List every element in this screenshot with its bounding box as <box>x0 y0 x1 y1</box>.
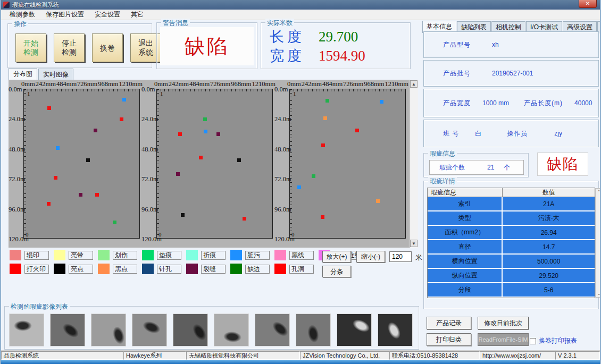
view-tab-2[interactable]: 实时图像 <box>38 69 73 81</box>
row-value-cell: 14.7 <box>503 240 595 253</box>
scroll-down-icon[interactable]: ▼ <box>410 240 418 247</box>
row-name-cell: 横向位置 <box>428 255 503 268</box>
x-tick-label: 726mm <box>343 80 363 88</box>
defect-point[interactable] <box>204 130 207 133</box>
menu-item-检测参数[interactable]: 检测参数 <box>4 9 40 20</box>
checkbox-icon[interactable] <box>530 338 536 344</box>
defect-thumbnail-8[interactable] <box>296 314 331 346</box>
table-row[interactable]: 分段5-6 <box>428 283 595 298</box>
defect-point[interactable] <box>47 202 51 206</box>
defect-point[interactable] <box>86 158 90 162</box>
split-button[interactable]: 分条 <box>322 266 351 277</box>
print-on-rollchange-checkbox[interactable]: 换卷打印报表 <box>530 336 577 345</box>
defect-point[interactable] <box>120 117 123 121</box>
product-record-button[interactable]: 产品记录 <box>427 317 471 329</box>
scroll-up-icon[interactable]: ▲ <box>410 80 418 88</box>
defect-thumbnail-6[interactable] <box>214 314 249 346</box>
close-button[interactable]: ✕ <box>579 0 597 8</box>
zoom-in-button[interactable]: 放大(+) <box>322 251 351 263</box>
menu-item-保存图片设置[interactable]: 保存图片设置 <box>40 9 89 20</box>
meters-input[interactable] <box>389 251 412 262</box>
defect-thumbnail-4[interactable] <box>132 314 167 346</box>
table-header: 瑕疵信息 数值 <box>428 188 595 197</box>
defect-blob <box>111 325 126 345</box>
scatter-plot[interactable]: 10 <box>156 89 273 239</box>
table-scroll-up-icon[interactable]: ⌃ <box>596 190 601 194</box>
scatter-plot[interactable]: 10 <box>289 89 406 239</box>
menu-item-安全设置[interactable]: 安全设置 <box>89 9 126 20</box>
legend-label: 针孔 <box>157 265 181 274</box>
defect-point[interactable] <box>325 99 329 103</box>
operation-group: 操作 开始检测停止检测换卷退出系统 <box>7 23 152 68</box>
y-tick-label: 96.0m <box>9 206 24 214</box>
defect-point[interactable] <box>122 98 126 101</box>
legend-swatch <box>54 264 65 274</box>
table-row[interactable]: 索引21A <box>428 197 595 211</box>
defect-thumbnail-10[interactable] <box>378 314 413 346</box>
table-row[interactable]: 类型污渍-大 <box>428 211 595 226</box>
defect-point[interactable] <box>297 185 301 189</box>
menu-item-其它[interactable]: 其它 <box>126 9 149 20</box>
defect-point[interactable] <box>94 129 97 132</box>
defect-details-group: 瑕疵详情 瑕疵信息 数值 ⌃ ⌄ 索引21A类型污渍-大面积（mm2）26.94… <box>423 181 599 309</box>
defect-count-label: 瑕疵个数 <box>439 163 465 172</box>
defect-point[interactable] <box>203 117 207 121</box>
view-tab-1[interactable]: 分布图 <box>9 68 37 80</box>
legend-row-1: 辊印亮带划伤垫痕折痕脏污黑线织构连续 <box>10 250 358 260</box>
y-tick-label: 120.0m <box>274 235 290 243</box>
modify-batch-button[interactable]: 修改目前批次 <box>478 317 529 329</box>
defect-point[interactable] <box>47 106 51 110</box>
defect-point[interactable] <box>355 129 359 132</box>
defect-thumbnail-9[interactable] <box>337 314 372 346</box>
chart-scrollbar[interactable]: ▲ ▼ <box>409 80 418 248</box>
x-tick-label: 1210mm <box>385 80 408 88</box>
size-row: 产品宽度 1000 mm 产品长度(m) 40000 <box>423 89 599 117</box>
defect-point[interactable] <box>237 158 241 162</box>
defect-point[interactable] <box>243 217 246 221</box>
batch-label: 产品批号 <box>443 69 471 78</box>
defect-thumbnail-1[interactable] <box>9 314 44 346</box>
defect-thumbnail-5[interactable] <box>173 314 208 346</box>
zoom-out-button[interactable]: 缩小(-) <box>356 251 385 263</box>
op-button-start[interactable]: 开始检测 <box>15 33 46 62</box>
defect-point[interactable] <box>312 174 315 178</box>
x-tick-label: 968mm <box>364 80 384 88</box>
defect-thumbnail-2[interactable] <box>50 314 85 346</box>
defect-point[interactable] <box>181 213 185 217</box>
defect-point[interactable] <box>95 193 99 197</box>
defect-point[interactable] <box>216 132 220 136</box>
table-scrollbar[interactable]: ⌃ ⌄ <box>595 188 601 298</box>
defect-point[interactable] <box>380 100 383 104</box>
defect-blob <box>14 320 32 331</box>
defect-point[interactable] <box>376 199 380 203</box>
defect-point[interactable] <box>178 132 182 136</box>
defect-point[interactable] <box>323 116 327 120</box>
y-tick-label: 48.0m <box>141 146 157 154</box>
table-row[interactable]: 面积（mm2）26.94 <box>428 226 595 240</box>
scatter-plot[interactable]: 10 <box>23 89 140 239</box>
defect-thumbnail-7[interactable] <box>255 314 290 346</box>
table-row[interactable]: 纵向位置29.520 <box>428 269 595 283</box>
app-icon <box>3 2 10 8</box>
defect-point[interactable] <box>113 221 116 224</box>
defect-point[interactable] <box>199 156 203 159</box>
defect-thumbnail-3[interactable] <box>91 314 126 346</box>
table-row[interactable]: 横向位置500.000 <box>428 255 595 269</box>
windows-taskbar[interactable] <box>0 360 601 364</box>
defect-point[interactable] <box>321 143 325 147</box>
defect-point[interactable] <box>176 172 180 176</box>
chart-block-2: 0mm242mm484mm726mm968mm1210mm100.0m24.0m… <box>141 80 274 248</box>
op-button-roll[interactable]: 换卷 <box>92 33 123 62</box>
x-tick-label: 242mm <box>169 80 189 88</box>
table-scroll-down-icon[interactable]: ⌄ <box>596 291 601 296</box>
defect-point[interactable] <box>321 215 324 219</box>
shift-value: 白 <box>475 129 481 138</box>
segment-label-top: 1 <box>160 90 163 97</box>
print-classify-button[interactable]: 打印归类 <box>427 333 471 346</box>
defect-point[interactable] <box>54 176 57 180</box>
op-button-stop[interactable]: 停止检测 <box>54 33 85 62</box>
table-row[interactable]: 直径14.7 <box>428 240 595 255</box>
x-tick-label: 242mm <box>36 80 56 88</box>
defect-point[interactable] <box>56 146 60 150</box>
defect-point[interactable] <box>79 193 82 197</box>
